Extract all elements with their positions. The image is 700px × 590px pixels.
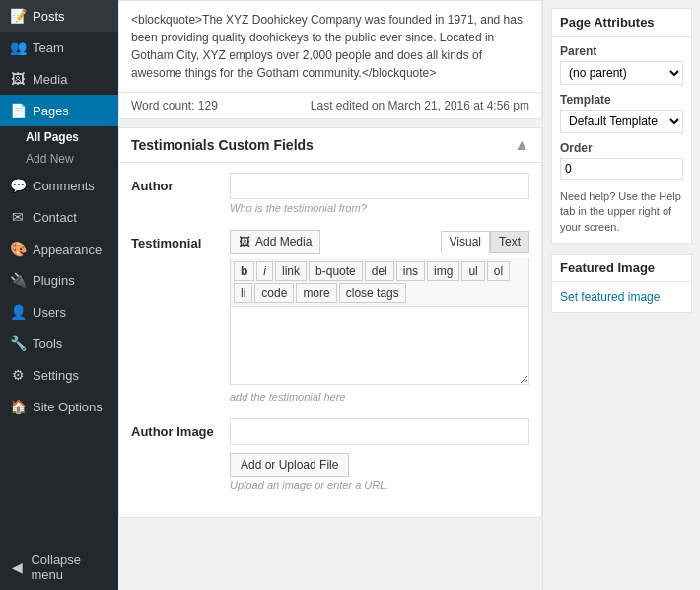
settings-icon: ⚙ (10, 367, 26, 383)
word-count: Word count: 129 (131, 99, 218, 112)
custom-fields-title: Testimonials Custom Fields (131, 137, 314, 153)
sidebar-item-collapse[interactable]: ◀ Collapse menu (0, 545, 118, 590)
featured-image-header: Featured Image (552, 255, 691, 282)
word-count-bar: Word count: 129 Last edited on March 21,… (118, 93, 542, 119)
fmt-link[interactable]: link (275, 261, 307, 281)
sidebar-item-pages[interactable]: 📄 Pages (0, 95, 118, 126)
page-attributes-body: Parent (no parent) Template Default Temp… (552, 37, 691, 243)
fmt-code[interactable]: code (254, 283, 294, 303)
sidebar-item-settings[interactable]: ⚙ Settings (0, 359, 118, 391)
fmt-li[interactable]: li (234, 283, 252, 303)
testimonial-field-row: Testimonial 🖼 Add Media Visual Text (131, 230, 529, 403)
order-input[interactable] (560, 158, 683, 180)
sidebar-item-comments[interactable]: 💬 Comments (0, 170, 118, 201)
template-label: Template (560, 93, 683, 107)
sidebar-item-appearance[interactable]: 🎨 Appearance (0, 233, 118, 264)
text-mode-button[interactable]: Text (490, 231, 529, 253)
author-field-content: Who is the testimonial from? (230, 173, 529, 214)
fmt-img[interactable]: img (427, 261, 459, 281)
tools-icon: 🔧 (10, 335, 26, 351)
sidebar-item-siteoptions[interactable]: 🏠 Site Options (0, 391, 118, 422)
testimonial-textarea[interactable] (230, 306, 529, 385)
sidebar-subitem-addnew[interactable]: Add New (0, 148, 118, 170)
sidebar-item-media[interactable]: 🖼 Media (0, 63, 118, 95)
contact-icon: ✉ (10, 209, 26, 225)
comments-icon: 💬 (10, 178, 26, 193)
featured-image-box: Featured Image Set featured image (551, 254, 692, 313)
fmt-more[interactable]: more (296, 283, 336, 303)
author-hint: Who is the testimonial from? (230, 202, 529, 214)
testimonial-label: Testimonial (131, 230, 220, 251)
collapse-icon: ◀ (10, 559, 24, 575)
fmt-ul[interactable]: ul (461, 261, 484, 281)
left-content: <blockquote>The XYZ Doohickey Company wa… (118, 0, 542, 590)
testimonial-hint: add the testimonial here (230, 391, 529, 403)
order-label: Order (560, 141, 683, 155)
authorimage-input[interactable] (230, 418, 529, 445)
fmt-del[interactable]: del (365, 261, 394, 281)
custom-fields-body: Author Who is the testimonial from? Test… (119, 163, 541, 517)
sidebar-item-posts[interactable]: 📝 Posts (0, 0, 118, 32)
sidebar: 📝 Posts 👥 Team 🖼 Media 📄 Pages All Pages… (0, 0, 118, 590)
fmt-ins[interactable]: ins (396, 261, 425, 281)
right-sidebar: Page Attributes Parent (no parent) Templ… (542, 0, 700, 590)
page-attributes-box: Page Attributes Parent (no parent) Templ… (551, 8, 692, 244)
authorimage-label: Author Image (131, 418, 220, 439)
page-attributes-header: Page Attributes (552, 9, 691, 37)
add-media-icon: 🖼 (239, 235, 250, 249)
author-image-field-row: Author Image Add or Upload File Upload a… (131, 418, 529, 491)
author-input[interactable] (230, 173, 529, 199)
custom-fields-box: Testimonials Custom Fields ▲ Author Who … (118, 127, 542, 518)
blockquote-section: <blockquote>The XYZ Doohickey Company wa… (118, 0, 542, 93)
testimonial-field-content: 🖼 Add Media Visual Text b i (230, 230, 529, 403)
author-field-row: Author Who is the testimonial from? (131, 173, 529, 214)
pages-icon: 📄 (10, 103, 26, 118)
formatting-bar: b i link b-quote del ins img ul ol li co (230, 258, 529, 306)
parent-select[interactable]: (no parent) (560, 61, 683, 85)
sidebar-item-team[interactable]: 👥 Team (0, 32, 118, 63)
visual-mode-button[interactable]: Visual (441, 231, 490, 253)
posts-icon: 📝 (10, 8, 26, 24)
main-content: <blockquote>The XYZ Doohickey Company wa… (118, 0, 700, 590)
sidebar-item-plugins[interactable]: 🔌 Plugins (0, 264, 118, 296)
toggle-icon[interactable]: ▲ (514, 136, 529, 154)
plugins-icon: 🔌 (10, 272, 26, 288)
appearance-icon: 🎨 (10, 241, 26, 257)
fmt-i[interactable]: i (256, 261, 273, 281)
add-media-button[interactable]: 🖼 Add Media (230, 230, 320, 254)
editor-mode-buttons: Visual Text (441, 231, 529, 253)
fmt-ol[interactable]: ol (487, 261, 510, 281)
sidebar-item-tools[interactable]: 🔧 Tools (0, 328, 118, 359)
media-icon: 🖼 (10, 71, 26, 87)
upload-hint: Upload an image or enter a URL. (230, 479, 529, 491)
fmt-bquote[interactable]: b-quote (309, 261, 363, 281)
help-text: Need help? Use the Help tab in the upper… (560, 189, 683, 235)
template-select[interactable]: Default Template (560, 110, 683, 133)
authorimage-field-content: Add or Upload File Upload an image or en… (230, 418, 529, 491)
blockquote-text: <blockquote>The XYZ Doohickey Company wa… (131, 13, 523, 80)
users-icon: 👤 (10, 304, 26, 320)
author-label: Author (131, 173, 220, 193)
featured-image-body: Set featured image (552, 282, 691, 312)
siteoptions-icon: 🏠 (10, 399, 26, 414)
parent-label: Parent (560, 44, 683, 58)
content-area: <blockquote>The XYZ Doohickey Company wa… (118, 0, 700, 590)
sidebar-item-contact[interactable]: ✉ Contact (0, 201, 118, 233)
team-icon: 👥 (10, 39, 26, 55)
upload-button[interactable]: Add or Upload File (230, 453, 349, 477)
fmt-b[interactable]: b (234, 261, 254, 281)
sidebar-subitem-allpages[interactable]: All Pages (0, 126, 118, 148)
last-edited: Last edited on March 21, 2016 at 4:56 pm (311, 99, 529, 112)
editor-toolbar-top: 🖼 Add Media Visual Text (230, 230, 529, 254)
custom-fields-header: Testimonials Custom Fields ▲ (119, 128, 541, 163)
fmt-closetags[interactable]: close tags (339, 283, 406, 303)
sidebar-item-users[interactable]: 👤 Users (0, 296, 118, 328)
set-featured-image-link[interactable]: Set featured image (560, 290, 660, 304)
